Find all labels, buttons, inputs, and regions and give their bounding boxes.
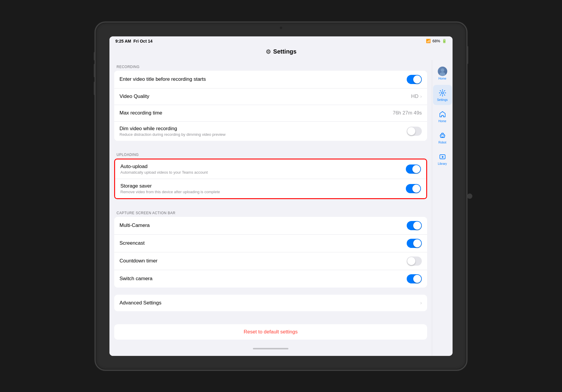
page-title-text: Settings	[273, 48, 297, 55]
nav-home-label: Home	[438, 77, 446, 80]
screencast-toggle[interactable]	[407, 239, 422, 248]
battery-icon: 🔋	[442, 39, 447, 43]
multi-camera-toggle[interactable]	[407, 221, 422, 230]
max-recording-time-value: 76h 27m 49s	[393, 110, 422, 116]
screencast-knob	[413, 239, 421, 247]
nav-item-robot[interactable]: Robot	[433, 128, 452, 148]
settings-gear-icon: ⚙	[266, 48, 271, 55]
switch-camera-right	[407, 274, 422, 283]
volume-down-button	[94, 82, 95, 95]
dim-video-label: Dim video while recording	[119, 126, 225, 132]
video-quality-label: Video Quality	[119, 93, 149, 99]
enter-video-title-label: Enter video title before recording start…	[119, 76, 206, 82]
date-text: Fri Oct 14	[133, 39, 153, 43]
front-camera	[280, 27, 282, 29]
storage-saver-subtitle: Remove video from this device after uplo…	[120, 190, 220, 194]
volume-up-button	[94, 64, 95, 77]
storage-saver-toggle[interactable]	[406, 184, 421, 193]
multi-camera-right	[407, 221, 422, 230]
nav-item-home[interactable]: Home	[433, 106, 452, 126]
uploading-group: Auto-upload Automatically upload videos …	[114, 159, 427, 199]
nav-robot-label: Robot	[438, 141, 446, 144]
countdown-timer-knob	[407, 257, 415, 265]
nav-item-library[interactable]: Library	[433, 149, 452, 169]
auto-upload-label: Auto-upload	[120, 164, 208, 170]
storage-saver-knob	[412, 185, 420, 193]
countdown-timer-right	[407, 257, 422, 266]
multi-camera-knob	[413, 222, 421, 230]
enter-video-title-toggle[interactable]	[407, 75, 422, 84]
dim-video-left: Dim video while recording Reduce distrac…	[119, 126, 225, 137]
storage-saver-row: Storage saver Remove video from this dev…	[115, 179, 426, 198]
ipad-frame: 9:25 AM Fri Oct 14 📶 68% 🔋 ⚙ Settings RE…	[95, 22, 467, 371]
recording-section: RECORDING Enter video title before recor…	[109, 60, 432, 141]
enter-video-title-knob	[413, 75, 421, 83]
avatar	[438, 67, 447, 76]
storage-saver-right	[406, 184, 421, 193]
wifi-icon: 📶	[426, 39, 431, 43]
countdown-timer-toggle[interactable]	[407, 257, 422, 266]
dim-video-row: Dim video while recording Reduce distrac…	[114, 122, 427, 141]
svg-point-2	[441, 92, 443, 94]
video-quality-right: HD ›	[411, 93, 422, 99]
max-recording-time-label: Max recording time	[119, 110, 162, 116]
advanced-section: Advanced Settings ›	[109, 295, 432, 311]
uploading-section-label: UPLOADING	[109, 148, 432, 159]
switch-camera-knob	[413, 275, 421, 283]
status-bar: 9:25 AM Fri Oct 14 📶 68% 🔋	[109, 36, 453, 45]
auto-upload-toggle[interactable]	[406, 164, 421, 174]
advanced-settings-left: Advanced Settings	[119, 300, 162, 306]
switch-camera-left: Switch camera	[119, 276, 152, 282]
dim-video-toggle[interactable]	[407, 127, 422, 136]
robot-nav-icon	[438, 131, 447, 140]
page-title: ⚙ Settings	[266, 48, 297, 55]
uploading-section: UPLOADING Auto-upload Automatically uplo…	[109, 148, 432, 199]
home-nav-icon	[438, 110, 447, 119]
max-recording-time-row: Max recording time 76h 27m 49s	[114, 105, 427, 122]
advanced-settings-chevron: ›	[420, 300, 422, 306]
nav-item-profile[interactable]: Home	[433, 63, 452, 84]
auto-upload-row: Auto-upload Automatically upload videos …	[115, 159, 426, 179]
auto-upload-right	[406, 164, 421, 174]
nav-home2-label: Home	[438, 120, 446, 123]
screencast-right	[407, 239, 422, 248]
svg-point-6	[443, 135, 444, 136]
svg-rect-4	[442, 133, 443, 134]
storage-saver-left: Storage saver Remove video from this dev…	[120, 183, 220, 194]
countdown-timer-left: Countdown timer	[119, 258, 158, 264]
switch-camera-toggle[interactable]	[407, 274, 422, 283]
video-quality-row[interactable]: Video Quality HD ›	[114, 88, 427, 105]
capture-screen-group: Multi-Camera Screencast	[114, 217, 427, 288]
svg-point-0	[441, 68, 444, 72]
home-indicator	[109, 346, 432, 353]
countdown-timer-row: Countdown timer	[114, 252, 427, 270]
auto-upload-knob	[412, 165, 420, 173]
power-button	[467, 46, 468, 64]
reset-button[interactable]: Reset to default settings	[114, 324, 427, 340]
video-quality-chevron: ›	[420, 94, 422, 99]
advanced-group: Advanced Settings ›	[114, 295, 427, 311]
nav-settings-label: Settings	[437, 98, 448, 101]
screencast-label: Screencast	[119, 240, 145, 246]
screencast-left: Screencast	[119, 240, 145, 246]
side-nav: Home Settings	[432, 60, 453, 356]
nav-item-settings[interactable]: Settings	[433, 85, 452, 105]
library-nav-icon	[438, 152, 447, 161]
dim-video-subtitle: Reduce distraction during recording by d…	[119, 132, 225, 137]
ipad-home-button[interactable]	[467, 193, 472, 199]
multi-camera-label: Multi-Camera	[119, 222, 150, 228]
status-right: 📶 68% 🔋	[426, 39, 447, 43]
advanced-settings-row[interactable]: Advanced Settings ›	[114, 295, 427, 311]
video-quality-value: HD	[411, 93, 419, 99]
page-title-bar: ⚙ Settings	[109, 45, 453, 60]
storage-saver-label: Storage saver	[120, 183, 220, 189]
content-area: RECORDING Enter video title before recor…	[109, 60, 453, 356]
mute-button	[94, 52, 95, 60]
nav-library-label: Library	[438, 162, 447, 165]
status-time: 9:25 AM Fri Oct 14	[115, 39, 153, 43]
countdown-timer-label: Countdown timer	[119, 258, 158, 264]
enter-video-title-row: Enter video title before recording start…	[114, 71, 427, 88]
switch-camera-row: Switch camera	[114, 270, 427, 288]
capture-screen-section-label: CAPTURE SCREEN ACTION BAR	[109, 206, 432, 217]
max-recording-time-left: Max recording time	[119, 110, 162, 116]
